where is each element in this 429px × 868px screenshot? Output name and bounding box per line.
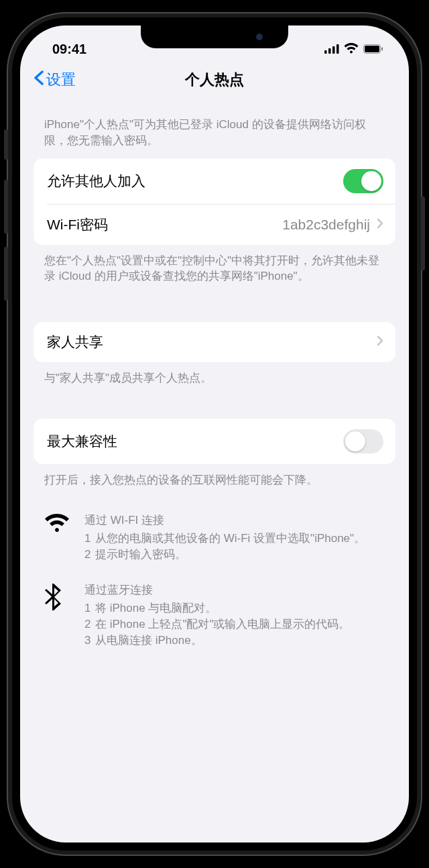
wifi-icon [344, 42, 359, 57]
back-label: 设置 [46, 70, 76, 90]
bluetooth-icon [44, 582, 71, 648]
wifi-step-2: 提示时输入密码。 [95, 547, 186, 563]
max-compat-switch[interactable] [343, 429, 383, 453]
power-button [421, 197, 425, 270]
svg-rect-5 [365, 46, 379, 52]
hotspot-settings-card: 允许其他人加入 Wi-Fi密码 1ab2c3defghij [34, 158, 395, 245]
wifi-icon [44, 512, 71, 563]
family-sharing-card: 家人共享 [34, 322, 395, 362]
bt-instr-step: 2在 iPhone 上轻点"配对"或输入电脑上显示的代码。 [84, 616, 385, 633]
status-time: 09:41 [52, 42, 86, 57]
chevron-right-icon [377, 218, 383, 231]
wifi-password-row[interactable]: Wi-Fi密码 1ab2c3defghij [47, 204, 395, 245]
svg-rect-0 [324, 50, 327, 54]
wifi-password-value: 1ab2c3defghij [282, 217, 370, 233]
camera-dot [256, 34, 263, 40]
volume-up-button [4, 180, 8, 233]
wifi-instructions: 通过 WI-FI 连接 1从您的电脑或其他设备的 Wi-Fi 设置中选取"iPh… [44, 512, 385, 563]
allow-others-switch[interactable] [343, 169, 383, 193]
wifi-instr-step: 1从您的电脑或其他设备的 Wi-Fi 设置中选取"iPhone"。 [84, 531, 385, 547]
wifi-instr-step: 2提示时输入密码。 [84, 547, 385, 563]
mute-switch [4, 129, 8, 160]
svg-rect-1 [328, 48, 331, 54]
instructions-section: 通过 WI-FI 连接 1从您的电脑或其他设备的 Wi-Fi 设置中选取"iPh… [34, 494, 395, 649]
phone-frame: 09:41 设置 个人热点 [7, 12, 422, 856]
wifi-password-label: Wi-Fi密码 [47, 215, 108, 234]
family-sharing-row[interactable]: 家人共享 [34, 322, 395, 362]
svg-rect-6 [381, 47, 383, 50]
cellular-icon [324, 42, 339, 57]
bt-step-3: 从电脑连接 iPhone。 [95, 633, 202, 649]
intro-text: iPhone"个人热点"可为其他已登录 iCloud 的设备提供网络访问权限，您… [34, 98, 395, 158]
allow-others-footer: 您在"个人热点"设置中或在"控制中心"中将其打开时，允许其他未登录 iCloud… [34, 245, 395, 290]
max-compat-footer: 打开后，接入您热点的设备的互联网性能可能会下降。 [34, 464, 395, 494]
max-compat-row[interactable]: 最大兼容性 [34, 419, 395, 464]
wifi-instr-title: 通过 WI-FI 连接 [84, 512, 385, 528]
svg-rect-3 [336, 44, 339, 54]
max-compat-label: 最大兼容性 [47, 432, 117, 451]
wifi-step-1: 从您的电脑或其他设备的 Wi-Fi 设置中选取"iPhone"。 [95, 531, 365, 547]
family-sharing-footer: 与"家人共享"成员共享个人热点。 [34, 362, 395, 392]
back-button[interactable]: 设置 [34, 70, 76, 90]
chevron-right-icon [377, 335, 383, 349]
chevron-left-icon [34, 70, 44, 89]
notch [141, 25, 288, 48]
bt-instr-step: 3从电脑连接 iPhone。 [84, 633, 385, 649]
bt-step-2: 在 iPhone 上轻点"配对"或输入电脑上显示的代码。 [95, 616, 350, 633]
svg-rect-2 [332, 46, 335, 54]
bt-step-1: 将 iPhone 与电脑配对。 [95, 600, 217, 616]
screen: 09:41 设置 个人热点 [20, 25, 409, 843]
nav-bar: 设置 个人热点 [20, 60, 409, 98]
max-compat-card: 最大兼容性 [34, 419, 395, 464]
allow-others-row[interactable]: 允许其他人加入 [34, 158, 395, 204]
battery-icon [363, 42, 383, 57]
volume-down-button [4, 247, 8, 301]
bt-instr-title: 通过蓝牙连接 [84, 582, 385, 598]
bt-instr-step: 1将 iPhone 与电脑配对。 [84, 600, 385, 616]
allow-others-label: 允许其他人加入 [47, 172, 145, 191]
family-sharing-label: 家人共享 [47, 333, 103, 351]
page-title: 个人热点 [185, 70, 244, 90]
switch-knob [345, 431, 365, 451]
switch-knob [361, 171, 381, 191]
bluetooth-instructions: 通过蓝牙连接 1将 iPhone 与电脑配对。 2在 iPhone 上轻点"配对… [44, 582, 385, 648]
